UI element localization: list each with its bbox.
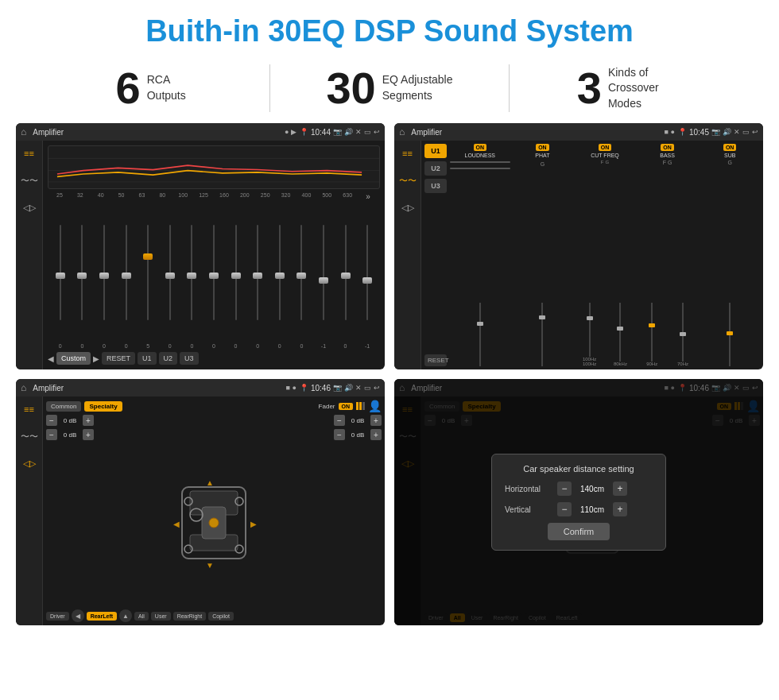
freq-label-10: 250 bbox=[259, 192, 272, 201]
sp-driver-btn[interactable]: Driver bbox=[46, 612, 69, 621]
sidebar-eq-icon-3[interactable]: ≡≡ bbox=[21, 401, 37, 417]
crossover-modules: ON LOUDNESS ON PHAT G bbox=[450, 144, 760, 366]
freq-label-12: 400 bbox=[300, 192, 312, 201]
eq-u3-btn[interactable]: U3 bbox=[180, 352, 199, 365]
sidebar-speaker-icon-2[interactable]: ◁▷ bbox=[400, 199, 416, 215]
sp-rearright-btn[interactable]: RearRight bbox=[173, 612, 207, 621]
status-bar-2: ⌂ Amplifier ■ ● 📍 10:45 📷 🔊 ✕ ▭ ↩ bbox=[394, 123, 763, 141]
db-minus-tl[interactable]: − bbox=[46, 415, 57, 426]
sidebar-speaker-icon[interactable]: ◁▷ bbox=[21, 199, 37, 215]
db-minus-br[interactable]: − bbox=[334, 429, 345, 440]
db-row-br: − 0 dB + bbox=[334, 429, 382, 440]
eq-slider-2[interactable] bbox=[103, 225, 105, 320]
cx-mini-phat-1[interactable] bbox=[513, 303, 573, 366]
freq-label-3: 50 bbox=[115, 192, 128, 201]
sidebar-wave-icon[interactable]: 〜〜 bbox=[21, 172, 37, 188]
cx-mini-bass-2[interactable]: 70Hz bbox=[669, 303, 698, 366]
screen-distance: ⌂ Amplifier ■ ● 📍 10:46 📷 🔊 ✕ ▭ ↩ ≡≡ 〜〜 … bbox=[394, 379, 763, 625]
eq-slider-11[interactable] bbox=[300, 225, 302, 320]
sidebar-eq-icon-2[interactable]: ≡≡ bbox=[400, 145, 416, 161]
car-diagram-svg: ▲ ▼ ◀ ▶ bbox=[166, 447, 262, 574]
window-icon-2: ▭ bbox=[742, 128, 750, 136]
cx-mini-bass-1[interactable]: 90Hz bbox=[638, 303, 667, 366]
db-row-tr: − 0 dB + bbox=[334, 415, 382, 426]
sidebar-wave-icon-3[interactable]: 〜〜 bbox=[21, 428, 37, 444]
eq-slider-9[interactable] bbox=[257, 225, 258, 320]
cx-mini-1[interactable] bbox=[450, 303, 510, 366]
user-icon-btn[interactable]: 👤 bbox=[368, 400, 382, 412]
cx-mini-cf-2[interactable]: 80kHz bbox=[606, 303, 635, 366]
crossover-reset-btn[interactable]: RESET bbox=[424, 354, 447, 366]
eq-u2-btn[interactable]: U2 bbox=[159, 352, 178, 365]
svg-point-12 bbox=[209, 518, 219, 528]
clock-1: 10:44 bbox=[311, 128, 331, 137]
speaker-controls-right: − 0 dB + − 0 dB + bbox=[326, 415, 382, 607]
location-icon-1: 📍 bbox=[300, 128, 308, 136]
dialog-horizontal-value: 140cm bbox=[576, 485, 608, 493]
sidebar-speaker-icon-3[interactable]: ◁▷ bbox=[21, 455, 37, 471]
u1-btn[interactable]: U1 bbox=[424, 144, 447, 158]
cx-mini-cf-1[interactable]: 100Hz100Hz bbox=[575, 303, 604, 366]
eq-slider-14[interactable] bbox=[366, 225, 368, 320]
eq-u1-btn[interactable]: U1 bbox=[138, 352, 157, 365]
dialog-vertical-label: Vertical bbox=[505, 505, 552, 514]
db-plus-tr[interactable]: + bbox=[370, 415, 382, 426]
freq-label-expand[interactable]: » bbox=[362, 192, 374, 201]
back-icon-2[interactable]: ↩ bbox=[752, 128, 758, 136]
tab-common[interactable]: Common bbox=[46, 401, 81, 412]
tab-specialty[interactable]: Specialty bbox=[84, 401, 122, 412]
u2-btn[interactable]: U2 bbox=[424, 161, 447, 176]
cx-mini-sub-1[interactable] bbox=[700, 303, 760, 366]
sidebar-eq-icon[interactable]: ≡≡ bbox=[21, 145, 37, 161]
u3-btn[interactable]: U3 bbox=[424, 179, 447, 193]
eq-reset-btn[interactable]: RESET bbox=[102, 352, 135, 365]
sp-all-btn[interactable]: RearLeft bbox=[87, 612, 117, 621]
stat-text-eq: EQ AdjustableSegments bbox=[382, 72, 453, 103]
sp-user-btn[interactable]: User bbox=[151, 612, 171, 621]
clock-3: 10:46 bbox=[311, 384, 331, 393]
eq-slider-3[interactable] bbox=[126, 225, 127, 320]
eq-slider-13[interactable] bbox=[345, 225, 347, 320]
dialog-vertical-row: Vertical − 110cm + bbox=[505, 502, 653, 516]
cx-hslider-loudness[interactable] bbox=[450, 161, 510, 163]
eq-slider-4[interactable] bbox=[147, 225, 149, 320]
dialog-vertical-plus[interactable]: + bbox=[613, 502, 627, 516]
stat-rca: 6 RCAOutputs bbox=[48, 66, 254, 110]
back-icon-3[interactable]: ↩ bbox=[374, 384, 380, 392]
db-row-bl: − 0 dB + bbox=[46, 429, 102, 440]
home-icon-3[interactable]: ⌂ bbox=[21, 382, 26, 393]
db-plus-br[interactable]: + bbox=[370, 429, 382, 440]
eq-preset-btn[interactable]: Custom bbox=[56, 352, 91, 365]
dialog-vertical-minus[interactable]: − bbox=[557, 502, 572, 516]
sp-all2-btn[interactable]: All bbox=[134, 612, 149, 621]
home-icon-2[interactable]: ⌂ bbox=[399, 126, 405, 137]
eq-prev-btn[interactable]: ◀ bbox=[48, 354, 54, 363]
db-minus-tr[interactable]: − bbox=[334, 415, 345, 426]
eq-slider-10[interactable] bbox=[279, 225, 281, 320]
db-plus-bl[interactable]: + bbox=[83, 429, 94, 440]
status-bar-1: ⌂ Amplifier ● ▶ 📍 10:44 📷 🔊 ✕ ▭ ↩ bbox=[16, 123, 385, 141]
dialog-confirm-button[interactable]: Confirm bbox=[548, 523, 610, 540]
home-icon-1[interactable]: ⌂ bbox=[21, 126, 26, 137]
db-plus-tl[interactable]: + bbox=[83, 415, 94, 426]
eq-slider-8[interactable] bbox=[235, 225, 237, 320]
db-minus-bl[interactable]: − bbox=[46, 429, 57, 440]
sp-copilot-btn[interactable]: Copilot bbox=[208, 612, 234, 621]
sidebar-wave-icon-2[interactable]: 〜〜 bbox=[400, 172, 416, 188]
eq-slider-1[interactable] bbox=[81, 225, 83, 320]
sp-arrow-left[interactable]: ◀ bbox=[72, 609, 84, 622]
eq-next-btn[interactable]: ▶ bbox=[93, 354, 99, 363]
eq-slider-5[interactable] bbox=[169, 225, 171, 320]
eq-slider-12[interactable] bbox=[323, 225, 324, 320]
eq-slider-6[interactable] bbox=[191, 225, 192, 320]
svg-text:▼: ▼ bbox=[206, 561, 214, 570]
stats-row: 6 RCAOutputs 30 EQ AdjustableSegments 3 … bbox=[0, 56, 779, 123]
eq-slider-7[interactable] bbox=[213, 225, 215, 320]
eq-slider-0[interactable] bbox=[60, 225, 61, 320]
dialog-horizontal-plus[interactable]: + bbox=[613, 481, 627, 496]
sp-arrow-up[interactable]: ▲ bbox=[119, 609, 132, 622]
back-icon-1[interactable]: ↩ bbox=[374, 128, 380, 136]
screen-body-1: ≡≡ 〜〜 ◁▷ bbox=[16, 141, 385, 369]
cx-hslider2-loudness[interactable] bbox=[450, 168, 510, 169]
dialog-horizontal-minus[interactable]: − bbox=[557, 481, 572, 496]
